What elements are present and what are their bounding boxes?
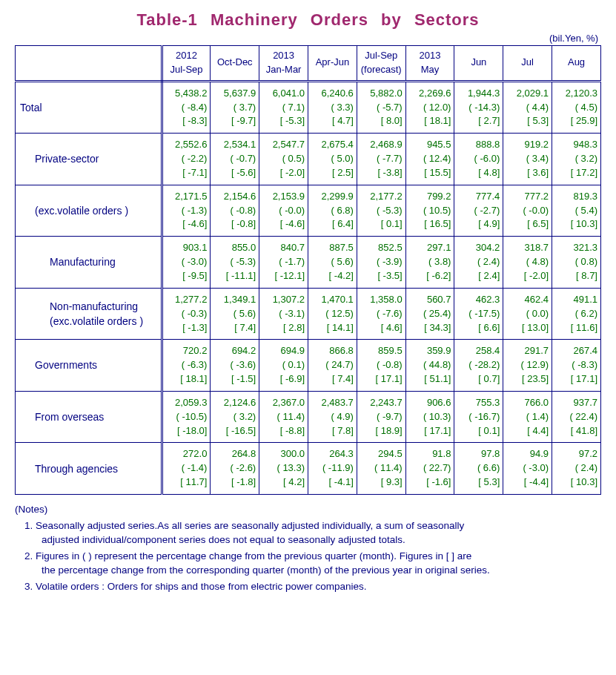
notes-heading: (Notes) bbox=[15, 502, 601, 517]
data-cell: 2,552.6( -2.2)[ -7.1] bbox=[162, 134, 211, 185]
data-cell: 2,154.6( -0.8)[ -0.8] bbox=[211, 185, 259, 237]
data-cell: 5,882.0( -5.7)[ 8.0] bbox=[357, 81, 405, 134]
data-cell: 887.5( 5.6)[ -4.2] bbox=[308, 237, 357, 289]
data-cell: 777.4( -2.7)[ 4.9] bbox=[454, 185, 503, 237]
data-cell: 819.3( 5.4)[ 10.3] bbox=[552, 185, 601, 237]
data-cell: 948.3( 3.2)[ 17.2] bbox=[552, 134, 601, 185]
data-cell: 855.0( -5.3)[ -11.1] bbox=[211, 237, 259, 289]
data-cell: 2,171.5( -1.3)[ -4.6] bbox=[162, 185, 211, 237]
data-cell: 1,277.2( -0.3)[ -1.3] bbox=[162, 288, 211, 340]
data-cell: 720.2( -6.3)[ 18.1] bbox=[162, 340, 211, 392]
col-header: Jul-Sep(forecast) bbox=[357, 46, 405, 82]
data-cell: 2,468.9( -7.7)[ -3.8] bbox=[357, 134, 405, 185]
data-cell: 97.2( 2.4)[ 10.3] bbox=[552, 443, 601, 495]
unit-label: (bil.Yen, %) bbox=[15, 33, 598, 44]
data-cell: 6,041.0( 7.1)[ -5.3] bbox=[259, 81, 308, 134]
data-cell: 97.8( 6.6)[ 5.3] bbox=[454, 443, 503, 495]
data-cell: 297.1( 3.8)[ -6.2] bbox=[405, 237, 454, 289]
col-header: 2013May bbox=[405, 46, 454, 82]
data-cell: 462.4( 0.0)[ 13.0] bbox=[503, 288, 552, 340]
data-cell: 694.9( 0.1)[ -6.9] bbox=[259, 340, 308, 392]
data-cell: 267.4( -8.3)[ 17.1] bbox=[552, 340, 601, 392]
table-row: Governments720.2( -6.3)[ 18.1]694.2( -3.… bbox=[16, 340, 601, 392]
row-label: Non-manufacturing(exc.volatile orders ) bbox=[16, 288, 162, 340]
data-cell: 2,243.7( -9.7)[ 18.9] bbox=[357, 391, 405, 443]
row-label: Private-sector bbox=[16, 134, 162, 185]
data-cell: 906.6( 10.3)[ 17.1] bbox=[405, 391, 454, 443]
data-cell: 866.8( 24.7)[ 7.4] bbox=[308, 340, 357, 392]
data-cell: 1,358.0( -7.6)[ 4.6] bbox=[357, 288, 405, 340]
data-cell: 94.9( -3.0)[ -4.4] bbox=[503, 443, 552, 495]
data-cell: 755.3( -16.7)[ 0.1] bbox=[454, 391, 503, 443]
row-label: From overseas bbox=[16, 391, 162, 443]
data-cell: 318.7( 4.8)[ -2.0] bbox=[503, 237, 552, 289]
table-title: Table-1 Machinery Orders by Sectors bbox=[15, 10, 601, 30]
data-cell: 2,367.0( 11.4)[ -8.8] bbox=[259, 391, 308, 443]
orders-table: 2012Jul-Sep Oct-Dec 2013Jan-Mar Apr-Jun … bbox=[15, 45, 601, 495]
data-cell: 852.5( -3.9)[ -3.5] bbox=[357, 237, 405, 289]
data-cell: 2,120.3( 4.5)[ 25.9] bbox=[552, 81, 601, 134]
header-blank bbox=[16, 46, 162, 82]
col-header: 2012Jul-Sep bbox=[162, 46, 211, 82]
data-cell: 560.7( 25.4)[ 34.3] bbox=[405, 288, 454, 340]
col-header: Jun bbox=[454, 46, 503, 82]
data-cell: 1,944.3( -14.3)[ 2.7] bbox=[454, 81, 503, 134]
data-cell: 2,029.1( 4.4)[ 5.3] bbox=[503, 81, 552, 134]
data-cell: 2,483.7( 4.9)[ 7.8] bbox=[308, 391, 357, 443]
data-cell: 258.4( -28.2)[ 0.7] bbox=[454, 340, 503, 392]
col-header: Aug bbox=[552, 46, 601, 82]
row-label: Total bbox=[16, 81, 162, 134]
col-header: Jul bbox=[503, 46, 552, 82]
data-cell: 2,269.6( 12.0)[ 18.1] bbox=[405, 81, 454, 134]
data-cell: 264.8( -2.6)[ -1.8] bbox=[211, 443, 259, 495]
data-cell: 300.0( 13.3)[ 4.2] bbox=[259, 443, 308, 495]
data-cell: 694.2( -3.6)[ -1.5] bbox=[211, 340, 259, 392]
data-cell: 903.1( -3.0)[ -9.5] bbox=[162, 237, 211, 289]
table-row: Total5,438.2( -8.4)[ -8.3]5,637.9( 3.7)[… bbox=[16, 81, 601, 134]
col-header: Apr-Jun bbox=[308, 46, 357, 82]
data-cell: 291.7( 12.9)[ 23.5] bbox=[503, 340, 552, 392]
data-cell: 766.0( 1.4)[ 4.4] bbox=[503, 391, 552, 443]
data-cell: 5,637.9( 3.7)[ -9.7] bbox=[211, 81, 259, 134]
data-cell: 859.5( -0.8)[ 17.1] bbox=[357, 340, 405, 392]
data-cell: 777.2( -0.0)[ 6.5] bbox=[503, 185, 552, 237]
table-row: Manufacturing903.1( -3.0)[ -9.5]855.0( -… bbox=[16, 237, 601, 289]
notes-block: (Notes) Seasonally adjusted series.As al… bbox=[15, 502, 601, 593]
data-cell: 937.7( 22.4)[ 41.8] bbox=[552, 391, 601, 443]
data-cell: 462.3( -17.5)[ 6.6] bbox=[454, 288, 503, 340]
data-cell: 945.5( 12.4)[ 15.5] bbox=[405, 134, 454, 185]
table-header-row: 2012Jul-Sep Oct-Dec 2013Jan-Mar Apr-Jun … bbox=[16, 46, 601, 82]
data-cell: 91.8( 22.7)[ -1.6] bbox=[405, 443, 454, 495]
row-label: (exc.volatile orders ) bbox=[16, 185, 162, 237]
data-cell: 321.3( 0.8)[ 8.7] bbox=[552, 237, 601, 289]
data-cell: 1,307.2( -3.1)[ 2.8] bbox=[259, 288, 308, 340]
data-cell: 2,124.6( 3.2)[ -16.5] bbox=[211, 391, 259, 443]
table-row: Non-manufacturing(exc.volatile orders )1… bbox=[16, 288, 601, 340]
table-row: (exc.volatile orders )2,171.5( -1.3)[ -4… bbox=[16, 185, 601, 237]
data-cell: 2,153.9( -0.0)[ -4.6] bbox=[259, 185, 308, 237]
row-label: Through agencies bbox=[16, 443, 162, 495]
data-cell: 2,177.2( -5.3)[ 0.1] bbox=[357, 185, 405, 237]
data-cell: 491.1( 6.2)[ 11.6] bbox=[552, 288, 601, 340]
table-row: From overseas2,059.3( -10.5)[ -18.0]2,12… bbox=[16, 391, 601, 443]
data-cell: 919.2( 3.4)[ 3.6] bbox=[503, 134, 552, 185]
data-cell: 2,534.1( -0.7)[ -5.6] bbox=[211, 134, 259, 185]
data-cell: 272.0( -1.4)[ 11.7] bbox=[162, 443, 211, 495]
note-item: Seasonally adjusted series.As all series… bbox=[36, 518, 601, 547]
data-cell: 840.7( -1.7)[ -12.1] bbox=[259, 237, 308, 289]
data-cell: 888.8( -6.0)[ 4.8] bbox=[454, 134, 503, 185]
table-row: Private-sector2,552.6( -2.2)[ -7.1]2,534… bbox=[16, 134, 601, 185]
data-cell: 264.3( -11.9)[ -4.1] bbox=[308, 443, 357, 495]
data-cell: 304.2( 2.4)[ 2.4] bbox=[454, 237, 503, 289]
data-cell: 2,059.3( -10.5)[ -18.0] bbox=[162, 391, 211, 443]
data-cell: 359.9( 44.8)[ 51.1] bbox=[405, 340, 454, 392]
note-item: Volatile orders : Orders for ships and t… bbox=[36, 579, 601, 594]
data-cell: 1,349.1( 5.6)[ 7.4] bbox=[211, 288, 259, 340]
data-cell: 2,675.4( 5.0)[ 2.5] bbox=[308, 134, 357, 185]
data-cell: 2,299.9( 6.8)[ 6.4] bbox=[308, 185, 357, 237]
col-header: 2013Jan-Mar bbox=[259, 46, 308, 82]
row-label: Manufacturing bbox=[16, 237, 162, 289]
data-cell: 799.2( 10.5)[ 16.5] bbox=[405, 185, 454, 237]
data-cell: 5,438.2( -8.4)[ -8.3] bbox=[162, 81, 211, 134]
col-header: Oct-Dec bbox=[211, 46, 259, 82]
